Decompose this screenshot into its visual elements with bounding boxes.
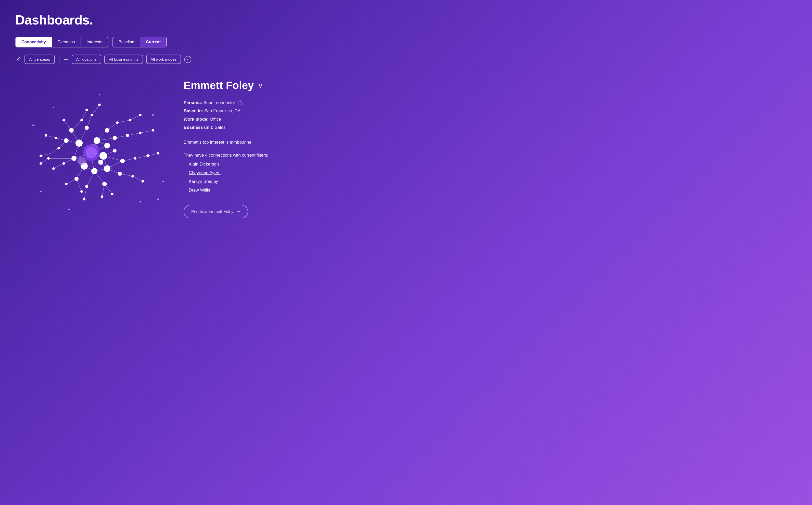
svg-point-121 (77, 157, 86, 165)
tab-interests[interactable]: Interests (81, 37, 108, 47)
work-mode-value: Office (210, 117, 221, 122)
tab-current[interactable]: Current (140, 37, 166, 47)
tab-personas[interactable]: Personas (52, 37, 81, 47)
connections-intro: They have 4 connections with current fil… (184, 153, 342, 158)
svg-line-56 (133, 176, 143, 181)
svg-point-96 (90, 114, 93, 116)
svg-point-75 (62, 162, 65, 165)
main-content: Emmett Foley ∨ Persona: Super connector … (15, 74, 342, 222)
svg-point-68 (157, 198, 159, 200)
svg-point-108 (118, 172, 122, 176)
svg-line-36 (76, 179, 81, 191)
svg-point-78 (45, 134, 47, 137)
svg-point-83 (101, 195, 103, 198)
svg-line-47 (92, 105, 99, 115)
svg-point-92 (126, 134, 129, 137)
business-unit-line: Business unit: Sales (184, 124, 342, 132)
edit-icon[interactable] (15, 56, 21, 62)
tab-baseline[interactable]: Baseline (113, 37, 140, 47)
connection-link-1[interactable]: Alaia Dickerson (189, 162, 219, 167)
location-value: San Francisco, CA (204, 109, 240, 113)
svg-point-80 (80, 190, 83, 193)
clear-filters-button[interactable]: × (184, 56, 191, 63)
svg-point-77 (39, 162, 42, 165)
svg-point-103 (74, 177, 78, 181)
svg-point-61 (53, 107, 54, 108)
svg-point-63 (152, 114, 154, 116)
svg-point-85 (142, 180, 144, 183)
svg-point-89 (134, 157, 137, 160)
business-unit-value: Sales (215, 125, 226, 130)
svg-point-102 (71, 156, 76, 161)
connection-item: Drew Willis (189, 186, 342, 195)
svg-point-106 (105, 128, 110, 133)
svg-point-64 (163, 181, 164, 182)
svg-line-55 (46, 135, 56, 138)
svg-point-101 (64, 138, 68, 143)
svg-point-73 (47, 157, 50, 160)
connection-link-3[interactable]: Karsyn Bradley (189, 179, 218, 184)
connection-item: Karsyn Bradley (189, 177, 342, 186)
work-modes-filter[interactable]: All work modes (146, 54, 181, 64)
work-mode-label: Work mode: (184, 117, 209, 122)
svg-line-51 (53, 163, 64, 169)
svg-line-43 (128, 133, 140, 135)
based-in-label: Based in: (184, 109, 203, 113)
svg-point-82 (85, 185, 88, 188)
svg-point-66 (140, 201, 141, 202)
svg-point-88 (146, 154, 150, 157)
svg-point-94 (139, 114, 142, 116)
person-selector-chevron[interactable]: ∨ (258, 81, 263, 90)
locations-filter[interactable]: All locations (72, 54, 101, 64)
person-details: Persona: Super connector ? Based in: San… (184, 99, 342, 132)
svg-point-91 (152, 129, 154, 132)
svg-point-116 (99, 152, 107, 160)
connections-middle: connections with current filters: (209, 153, 268, 158)
prioritize-button[interactable]: Prioritize Emmett Foley → (184, 205, 248, 218)
svg-point-65 (40, 191, 42, 192)
svg-point-69 (62, 119, 65, 121)
svg-line-41 (135, 156, 148, 158)
filter-divider (59, 56, 59, 63)
svg-line-48 (81, 110, 87, 120)
connection-item: Alaia Dickerson (189, 160, 342, 169)
svg-point-111 (93, 137, 100, 144)
svg-line-52 (84, 186, 87, 199)
svg-line-46 (87, 115, 92, 128)
svg-point-107 (120, 159, 125, 163)
svg-line-59 (130, 115, 140, 120)
tab-group-time: Baseline Current (113, 37, 167, 47)
connection-link-2[interactable]: Cheyenne Ayers (189, 170, 220, 175)
svg-line-54 (41, 158, 48, 163)
interest-suffix: . (251, 140, 253, 145)
svg-line-49 (51, 148, 59, 153)
arrow-icon: → (236, 209, 240, 214)
person-name-row: Emmett Foley ∨ (184, 79, 342, 92)
svg-point-87 (157, 152, 159, 155)
business-units-filter[interactable]: All business units (104, 54, 143, 64)
tabs-row: Connectivity Personas Interests Baseline… (15, 37, 342, 47)
svg-point-74 (52, 167, 55, 170)
svg-point-114 (91, 168, 97, 174)
svg-line-53 (41, 153, 51, 156)
connection-link-4[interactable]: Drew Willis (189, 188, 210, 193)
svg-point-115 (104, 165, 111, 172)
svg-point-95 (116, 121, 119, 124)
tab-group-main: Connectivity Personas Interests (15, 37, 109, 47)
tab-connectivity[interactable]: Connectivity (16, 37, 52, 47)
svg-point-99 (69, 128, 74, 133)
connections-prefix: They have (184, 153, 204, 158)
info-icon: ? (238, 101, 242, 105)
svg-point-97 (98, 104, 101, 106)
location-line: Based in: San Francisco, CA (184, 107, 342, 115)
svg-point-86 (131, 175, 134, 177)
svg-point-84 (111, 193, 114, 195)
svg-point-72 (57, 147, 60, 149)
svg-point-76 (39, 155, 42, 157)
svg-point-81 (83, 198, 85, 200)
svg-point-100 (85, 126, 89, 130)
personas-filter[interactable]: All personas (24, 54, 55, 64)
network-graph[interactable] (15, 74, 168, 222)
connections-list: Alaia Dickerson Cheyenne Ayers Karsyn Br… (184, 160, 342, 195)
svg-point-120 (86, 147, 97, 158)
